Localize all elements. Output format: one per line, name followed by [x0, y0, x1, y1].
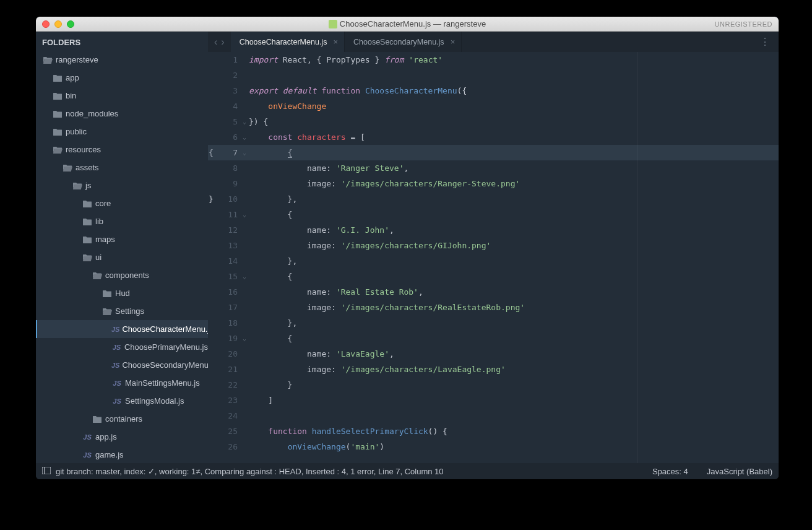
sidebar-item-settings[interactable]: Settings [36, 302, 208, 320]
sidebar-item-label: rangersteve [56, 55, 98, 64]
sidebar-item-mainsettingsmenu-js[interactable]: JSMainSettingsMenu.js [36, 374, 208, 392]
app-window: ChooseCharacterMenu.js — rangersteve UNR… [36, 17, 779, 479]
editor-area: ‹ › ChooseCharacterMenu.js×ChooseSeconda… [208, 32, 779, 463]
folder-icon [52, 128, 63, 136]
sidebar-item-maps[interactable]: maps [36, 230, 208, 248]
folder-icon [82, 217, 93, 226]
titlebar: ChooseCharacterMenu.js — rangersteve UNR… [36, 17, 779, 32]
tab-label: ChooseSecondaryMenu.js [353, 38, 444, 46]
sidebar-item-label: game.js [95, 450, 124, 459]
status-spaces[interactable]: Spaces: 4 [652, 467, 688, 476]
sidebar-item-label: assets [76, 163, 99, 172]
sidebar-item-label: SettingsModal.js [125, 396, 184, 406]
sidebar-item-public[interactable]: public [36, 123, 208, 141]
sidebar-item-app[interactable]: app [36, 69, 208, 87]
js-file-icon: JS [111, 326, 119, 333]
sidebar-item-label: resources [66, 145, 101, 154]
js-file-icon: JS [111, 344, 122, 351]
sidebar-item-label: Hud [115, 289, 130, 298]
js-file-icon: JS [111, 380, 123, 387]
sidebar-item-label: js [85, 181, 91, 190]
sidebar[interactable]: FOLDERS rangersteveappbinnode_modulespub… [36, 32, 208, 463]
minimize-icon[interactable] [54, 20, 62, 28]
folder-open-icon [52, 146, 63, 154]
folder-icon [52, 110, 63, 118]
js-file-icon: JS [82, 451, 93, 459]
code-editor[interactable]: {} 1234567891011121314151617181920212223… [208, 52, 779, 463]
sidebar-item-ui[interactable]: ui [36, 248, 208, 266]
sidebar-item-components[interactable]: components [36, 266, 208, 284]
sidebar-item-bin[interactable]: bin [36, 87, 208, 105]
chevron-right-icon[interactable]: › [221, 37, 224, 48]
sidebar-item-settingsmodal-js[interactable]: JSSettingsModal.js [36, 392, 208, 410]
folder-open-icon [102, 307, 113, 316]
status-left: git branch: master, index: ✓, working: 1… [56, 467, 444, 476]
fold-icon[interactable]: ⌄ [243, 207, 246, 222]
tab-history-nav[interactable]: ‹ › [208, 32, 231, 52]
fold-icon[interactable]: ⌄ [243, 331, 246, 346]
sidebar-item-hud[interactable]: Hud [36, 284, 208, 302]
fold-icon[interactable]: ⌄ [243, 129, 246, 145]
sidebar-item-label: MainSettingsMenu.js [125, 378, 200, 388]
statusbar: git branch: master, index: ✓, working: 1… [36, 463, 779, 479]
js-file-icon: JS [111, 362, 119, 369]
fold-icon[interactable]: ⌄ [243, 114, 246, 129]
fold-icon[interactable]: ⌄ [243, 145, 246, 160]
close-icon[interactable] [42, 20, 50, 28]
folder-icon [82, 199, 93, 208]
svg-rect-0 [42, 467, 51, 474]
js-file-icon: JS [82, 433, 93, 441]
tabbar: ‹ › ChooseCharacterMenu.js×ChooseSeconda… [208, 32, 779, 52]
sidebar-item-label: core [95, 199, 111, 208]
sidebar-item-label: Settings [115, 306, 144, 316]
sidebar-item-label: ChooseCharacterMenu.js [122, 324, 208, 334]
sidebar-item-game-js[interactable]: JSgame.js [36, 446, 208, 463]
unregistered-label: UNREGISTERED [715, 20, 772, 28]
sidebar-item-resources[interactable]: resources [36, 141, 208, 159]
sidebar-item-chooseprimarymenu-js[interactable]: JSChoosePrimaryMenu.js [36, 338, 208, 356]
sidebar-item-app-js[interactable]: JSapp.js [36, 428, 208, 446]
folder-open-icon [42, 56, 53, 64]
sidebar-item-label: ui [95, 253, 102, 262]
sidebar-item-rangersteve[interactable]: rangersteve [36, 51, 208, 69]
sidebar-item-choosesecondarymenu-js[interactable]: JSChooseSecondaryMenu.js [36, 356, 208, 374]
folder-icon [52, 92, 63, 100]
status-language[interactable]: JavaScript (Babel) [707, 467, 772, 476]
tab-choosecharactermenu-js[interactable]: ChooseCharacterMenu.js× [231, 32, 345, 52]
sidebar-item-node_modules[interactable]: node_modules [36, 105, 208, 123]
sidebar-item-core[interactable]: core [36, 194, 208, 212]
js-file-icon: JS [111, 398, 123, 405]
sidebar-item-label: bin [66, 91, 76, 100]
file-icon [329, 20, 337, 28]
sidebar-item-containers[interactable]: containers [36, 410, 208, 428]
window-title: ChooseCharacterMenu.js — rangersteve [36, 19, 779, 28]
folder-open-icon [72, 181, 83, 190]
zoom-icon[interactable] [67, 20, 74, 28]
window-controls [36, 20, 74, 28]
sidebar-item-js[interactable]: js [36, 176, 208, 194]
close-icon[interactable]: × [451, 37, 456, 46]
sidebar-item-lib[interactable]: lib [36, 212, 208, 230]
tab-choosesecondarymenu-js[interactable]: ChooseSecondaryMenu.js× [345, 32, 462, 52]
tab-overflow-menu[interactable]: ⋮ [751, 32, 779, 52]
sidebar-item-label: app [66, 73, 79, 82]
sidebar-item-label: app.js [95, 432, 117, 441]
sidebar-item-assets[interactable]: assets [36, 159, 208, 176]
sidebar-item-label: components [105, 271, 149, 280]
sidebar-item-label: lib [95, 217, 103, 226]
folder-icon [92, 415, 103, 424]
panel-icon[interactable] [42, 467, 51, 476]
sidebar-item-label: maps [95, 235, 115, 244]
close-icon[interactable]: × [333, 37, 338, 46]
sidebar-item-label: ChoosePrimaryMenu.js [124, 342, 208, 352]
folder-open-icon [82, 253, 93, 262]
sidebar-item-label: node_modules [66, 109, 118, 118]
sidebar-item-choosecharactermenu-js[interactable]: JSChooseCharacterMenu.js [36, 320, 208, 338]
folder-open-icon [62, 163, 73, 172]
folder-open-icon [92, 271, 103, 280]
sidebar-header: FOLDERS [36, 35, 208, 51]
fold-icon[interactable]: ⌄ [243, 269, 246, 284]
chevron-left-icon[interactable]: ‹ [214, 37, 217, 48]
folder-icon [52, 74, 63, 82]
sidebar-item-label: ChooseSecondaryMenu.js [122, 360, 208, 370]
